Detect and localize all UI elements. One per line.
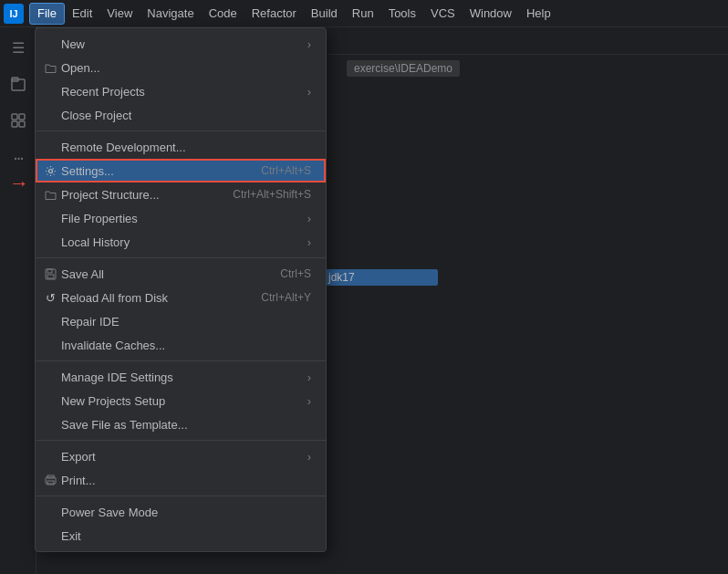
svg-rect-11 [47, 475, 54, 478]
menu-vcs[interactable]: VCS [423, 3, 463, 25]
folder-icon [43, 60, 57, 75]
separator-5 [36, 496, 326, 496]
menu-item-recent[interactable]: Recent Projects › [36, 79, 326, 103]
arrow-icon: › [307, 85, 311, 99]
reload-icon: ↺ [43, 290, 57, 305]
menu-item-export[interactable]: Export › [36, 444, 326, 468]
arrow-icon: › [307, 235, 311, 249]
menu-help[interactable]: Help [519, 3, 558, 25]
arrow-icon: › [307, 394, 311, 408]
menu-item-save-template[interactable]: Save File as Template... [36, 412, 326, 436]
svg-rect-9 [47, 275, 54, 278]
svg-rect-2 [12, 114, 17, 120]
menu-code[interactable]: Code [202, 3, 244, 25]
menu-item-save-all[interactable]: Save All Ctrl+S [36, 262, 326, 286]
menu-item-print[interactable]: Print... [36, 468, 326, 492]
menu-item-file-properties[interactable]: File Properties › [36, 206, 326, 230]
sidebar-project-icon[interactable]: ☰ [5, 35, 31, 60]
file-menu: New › Open... Recent Projects › Close Pr… [35, 27, 327, 552]
sidebar-more-icon[interactable]: ··· [5, 144, 31, 170]
app-logo: IJ [4, 4, 24, 24]
jdk-indicator: jdk17 [319, 269, 438, 286]
arrow-icon: › [307, 450, 311, 464]
save-icon [43, 266, 57, 281]
separator-4 [36, 440, 326, 441]
menu-item-new[interactable]: New › [36, 32, 326, 56]
arrow-icon: › [307, 212, 311, 225]
project-icon [43, 187, 57, 202]
menu-item-exit[interactable]: Exit [36, 524, 326, 548]
sidebar: ☰ ··· [0, 27, 36, 574]
svg-rect-12 [47, 481, 54, 485]
sidebar-structure-icon[interactable] [5, 108, 31, 133]
svg-rect-5 [19, 121, 25, 127]
menu-navigate[interactable]: Navigate [140, 3, 201, 25]
menu-item-close[interactable]: Close Project [36, 103, 326, 127]
menu-edit[interactable]: Edit [65, 3, 99, 25]
menu-build[interactable]: Build [304, 3, 345, 25]
menu-refactor[interactable]: Refactor [244, 3, 304, 25]
menu-tools[interactable]: Tools [381, 3, 423, 25]
svg-rect-4 [12, 121, 17, 127]
menu-view[interactable]: View [99, 3, 140, 25]
separator-2 [36, 257, 326, 258]
menu-item-open[interactable]: Open... [36, 56, 326, 79]
gear-icon [43, 163, 57, 178]
menu-item-manage-ide[interactable]: Manage IDE Settings › [36, 365, 326, 389]
menu-item-remote[interactable]: Remote Development... [36, 135, 326, 159]
print-icon [43, 473, 57, 487]
path-bar: exercise\IDEADemo [347, 60, 460, 77]
arrow-icon: › [307, 370, 311, 384]
menu-item-settings[interactable]: Settings... Ctrl+Alt+S [36, 159, 326, 183]
svg-rect-3 [19, 114, 25, 120]
menu-item-repair[interactable]: Repair IDE [36, 309, 326, 333]
menu-item-invalidate[interactable]: Invalidate Caches... [36, 333, 326, 357]
menu-window[interactable]: Window [463, 3, 519, 25]
menu-item-new-projects[interactable]: New Projects Setup › [36, 389, 326, 412]
separator-1 [36, 130, 326, 131]
menu-item-local-history[interactable]: Local History › [36, 230, 326, 254]
menu-item-power-save[interactable]: Power Save Mode [36, 500, 326, 524]
arrow-icon: › [307, 37, 311, 51]
menubar: IJ File Edit View Navigate Code Refactor… [0, 0, 728, 27]
svg-point-6 [48, 169, 52, 172]
svg-rect-8 [47, 269, 52, 273]
separator-3 [36, 360, 326, 361]
menu-file[interactable]: File [29, 3, 65, 25]
menu-run[interactable]: Run [345, 3, 381, 25]
menu-item-project-structure[interactable]: Project Structure... Ctrl+Alt+Shift+S [36, 183, 326, 206]
sidebar-explorer-icon[interactable] [5, 71, 31, 97]
menu-item-reload[interactable]: ↺ Reload All from Disk Ctrl+Alt+Y [36, 286, 326, 309]
